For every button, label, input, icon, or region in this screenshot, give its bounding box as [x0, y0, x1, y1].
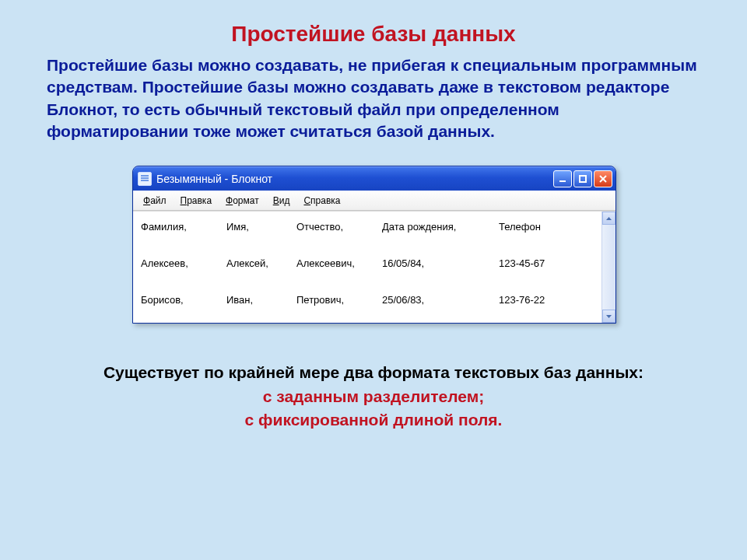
window-caption: Безымянный - Блокнот: [156, 173, 553, 185]
data-row: Алексеев,Алексей,Алексеевич,16/05/84,123…: [141, 254, 594, 272]
cell: Телефон: [499, 218, 577, 236]
menu-справка[interactable]: Справка: [296, 194, 347, 208]
footer-line-2: с заданным разделителем;: [0, 385, 747, 408]
svg-marker-5: [606, 315, 612, 318]
cell: Фамилия,: [141, 218, 226, 236]
data-row: Борисов,Иван,Петрович,25/06/83,123-76-22: [141, 291, 594, 309]
footer-line-3: с фиксированной длиной поля.: [0, 408, 747, 432]
cell: Дата рождения,: [382, 218, 499, 236]
menu-вид[interactable]: Вид: [266, 194, 297, 208]
minimize-button[interactable]: [553, 170, 572, 187]
svg-rect-1: [580, 176, 586, 182]
cell: 123-45-67: [499, 254, 577, 272]
cell: 16/05/84,: [382, 254, 499, 272]
page-title: Простейшие базы данных: [0, 0, 747, 54]
close-button[interactable]: [594, 170, 612, 187]
vertical-scrollbar[interactable]: [601, 212, 615, 323]
notepad-icon: [138, 172, 152, 186]
scroll-down-button[interactable]: [602, 310, 615, 323]
cell: Отчество,: [296, 218, 382, 236]
cell: Алексеев,: [141, 254, 226, 272]
maximize-button[interactable]: [573, 170, 592, 187]
footer-line-1: Существует по крайней мере два формата т…: [0, 361, 747, 384]
svg-marker-4: [606, 217, 612, 220]
menubar: ФайлПравкаФорматВидСправка: [133, 191, 615, 211]
cell: Алексеевич,: [296, 254, 382, 272]
notepad-window: Безымянный - Блокнот ФайлПравкаФорматВид…: [132, 166, 616, 324]
cell: Петрович,: [296, 291, 382, 309]
menu-правка[interactable]: Правка: [174, 194, 219, 208]
window-titlebar[interactable]: Безымянный - Блокнот: [133, 166, 615, 191]
cell: Борисов,: [141, 291, 226, 309]
cell: Алексей,: [226, 254, 296, 272]
intro-paragraph: Простейшие базы можно создавать, не приб…: [0, 54, 747, 142]
scroll-up-button[interactable]: [602, 212, 615, 225]
menu-формат[interactable]: Формат: [219, 194, 266, 208]
cell: Имя,: [226, 218, 296, 236]
cell: Иван,: [226, 291, 296, 309]
footer-text: Существует по крайней мере два формата т…: [0, 324, 747, 432]
header-row: Фамилия,Имя,Отчество,Дата рождения,Телеф…: [141, 218, 594, 236]
menu-файл[interactable]: Файл: [136, 194, 174, 208]
cell: 123-76-22: [499, 291, 577, 309]
text-content[interactable]: Фамилия,Имя,Отчество,Дата рождения,Телеф…: [133, 212, 601, 323]
cell: 25/06/83,: [382, 291, 499, 309]
